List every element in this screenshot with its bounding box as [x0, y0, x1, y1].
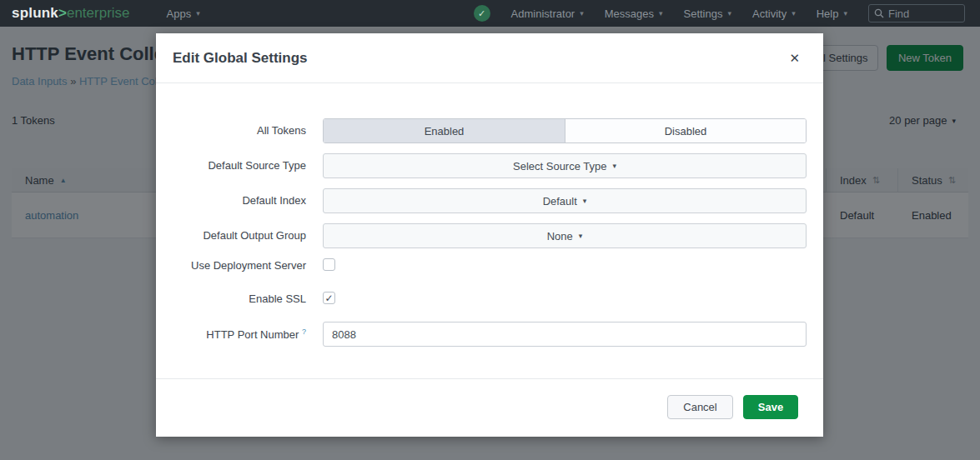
chevron-down-icon: ▾ — [727, 9, 731, 18]
default-index-row: Default Index Default ▾ — [156, 188, 823, 213]
cancel-button-label: Cancel — [683, 401, 716, 413]
check-icon: ✓ — [478, 8, 485, 19]
apps-menu-label: Apps — [167, 8, 192, 20]
http-port-input[interactable] — [323, 322, 807, 347]
modal-title: Edit Global Settings — [173, 50, 308, 67]
help-icon[interactable]: ? — [302, 328, 306, 336]
default-index-label: Default Index — [156, 188, 306, 213]
use-deployment-server-checkbox[interactable] — [323, 258, 335, 271]
help-menu[interactable]: Help ▾ — [817, 8, 847, 20]
all-tokens-toggle: Enabled Disabled — [323, 118, 807, 143]
all-tokens-disabled-option[interactable]: Disabled — [565, 119, 806, 142]
activity-menu[interactable]: Activity ▾ — [752, 8, 796, 20]
all-tokens-enabled-option[interactable]: Enabled — [324, 119, 565, 142]
close-icon[interactable]: ✕ — [782, 48, 807, 69]
edit-global-settings-modal: Edit Global Settings ✕ All Tokens Enable… — [156, 33, 823, 437]
chevron-down-icon: ▾ — [196, 9, 200, 18]
activity-menu-label: Activity — [752, 8, 787, 20]
modal-footer: Cancel Save — [156, 378, 823, 435]
logo-brand: splunk — [12, 5, 58, 22]
disabled-option-label: Disabled — [665, 125, 707, 138]
default-output-group-label: Default Output Group — [156, 223, 306, 248]
cancel-button[interactable]: Cancel — [667, 395, 733, 419]
chevron-down-icon: ▾ — [843, 9, 847, 18]
check-icon: ✓ — [324, 293, 333, 303]
messages-menu-label: Messages — [605, 8, 654, 20]
chevron-down-icon: ▾ — [612, 162, 616, 170]
enable-ssl-label: Enable SSL — [156, 292, 306, 305]
use-deployment-server-label: Use Deployment Server — [156, 258, 306, 272]
enable-ssl-checkbox[interactable]: ✓ — [323, 292, 335, 304]
chevron-down-icon: ▾ — [792, 9, 796, 18]
find-input[interactable] — [888, 8, 959, 20]
splunk-logo[interactable]: splunk > enterprise — [12, 5, 130, 22]
search-icon — [874, 8, 884, 18]
http-port-row: HTTP Port Number ? — [156, 322, 823, 347]
all-tokens-row: All Tokens Enabled Disabled — [156, 118, 823, 143]
settings-menu[interactable]: Settings ▾ — [684, 8, 732, 20]
chevron-down-icon: ▾ — [579, 232, 583, 240]
apps-menu[interactable]: Apps ▾ — [167, 8, 200, 20]
save-button-label: Save — [758, 401, 783, 413]
messages-menu[interactable]: Messages ▾ — [605, 8, 663, 20]
default-output-group-dropdown[interactable]: None ▾ — [323, 223, 807, 248]
settings-menu-label: Settings — [684, 8, 723, 20]
http-port-label: HTTP Port Number ? — [156, 322, 306, 347]
top-navigation-bar: splunk > enterprise Apps ▾ ✓ Administrat… — [0, 0, 980, 27]
administrator-menu-label: Administrator — [511, 8, 575, 20]
default-index-value: Default — [543, 195, 577, 208]
chevron-down-icon: ▾ — [659, 9, 663, 18]
administrator-menu[interactable]: Administrator ▾ — [511, 8, 584, 20]
enabled-option-label: Enabled — [425, 125, 465, 138]
save-button[interactable]: Save — [743, 395, 798, 419]
default-source-type-value: Select Source Type — [513, 160, 607, 172]
default-source-type-label: Default Source Type — [156, 153, 306, 178]
modal-body: All Tokens Enabled Disabled Default Sour… — [156, 83, 823, 378]
chevron-down-icon: ▾ — [583, 197, 587, 205]
enable-ssl-row: Enable SSL ✓ — [156, 292, 823, 305]
logo-product: enterprise — [67, 5, 130, 22]
default-source-type-row: Default Source Type Select Source Type ▾ — [156, 153, 823, 178]
chevron-down-icon: ▾ — [580, 9, 584, 18]
default-index-dropdown[interactable]: Default ▾ — [323, 188, 807, 213]
find-search-box[interactable] — [868, 4, 965, 22]
user-status-icon[interactable]: ✓ — [474, 5, 490, 22]
default-source-type-dropdown[interactable]: Select Source Type ▾ — [323, 153, 807, 178]
logo-gt: > — [58, 5, 67, 22]
default-output-group-value: None — [547, 230, 573, 242]
use-deployment-server-row: Use Deployment Server — [156, 258, 823, 272]
help-menu-label: Help — [817, 8, 839, 20]
all-tokens-label: All Tokens — [156, 118, 306, 143]
default-output-group-row: Default Output Group None ▾ — [156, 223, 823, 248]
modal-header: Edit Global Settings ✕ — [156, 33, 823, 83]
